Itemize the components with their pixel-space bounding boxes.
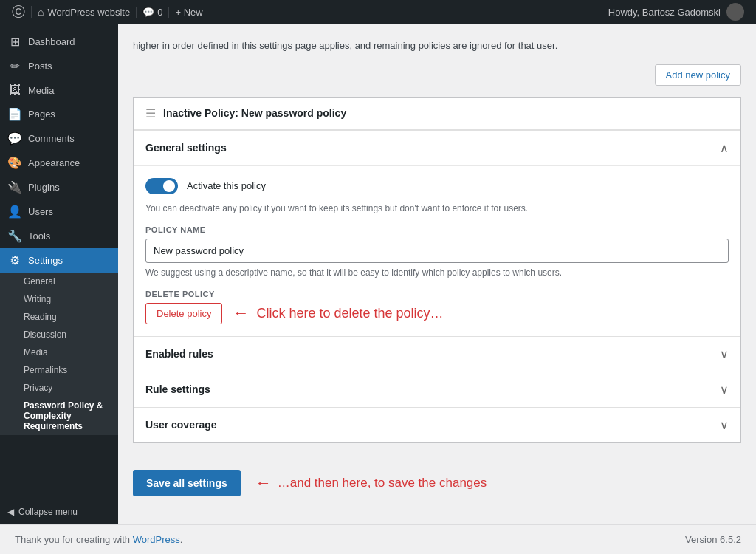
pages-icon: 📄	[7, 107, 22, 121]
sidebar: ⊞Dashboard ✏Posts 🖼Media 📄Pages 💬Comment…	[0, 24, 118, 524]
sidebar-item-label: Users	[28, 206, 53, 217]
collapse-label: Collapse menu	[18, 507, 78, 517]
collapse-menu-button[interactable]: ◀ Collapse menu	[0, 499, 118, 524]
sidebar-item-label: Comments	[28, 133, 75, 144]
comments-count: 0	[157, 7, 162, 18]
delete-arrow-icon: ←	[233, 304, 249, 323]
rule-settings-header[interactable]: Rule settings ∨	[134, 372, 740, 407]
footer-version: Version 6.5.2	[685, 534, 741, 545]
sidebar-item-dashboard[interactable]: ⊞Dashboard	[0, 30, 118, 54]
submenu-item-discussion[interactable]: Discussion	[0, 326, 118, 343]
media-icon: 🖼	[7, 83, 22, 97]
top-bar-right: Howdy, Bartosz Gadomski	[602, 3, 750, 21]
sidebar-item-users[interactable]: 👤Users	[0, 199, 118, 224]
dashboard-icon: ⊞	[7, 35, 22, 49]
activate-policy-toggle[interactable]	[145, 178, 178, 194]
content-wrap: higher in order defined in this settings…	[118, 24, 756, 519]
user-coverage-section: User coverage ∨	[134, 407, 740, 442]
site-name: WordPress website	[47, 7, 130, 18]
general-settings-title: General settings	[145, 142, 227, 154]
policy-name-label: POLICY NAME	[145, 225, 729, 234]
rule-settings-title: Rule settings	[145, 383, 210, 395]
home-icon: ⌂	[38, 6, 44, 18]
top-bar-left: ⓒ ⌂ WordPress website 💬 0 + New	[6, 3, 602, 21]
new-content-menu[interactable]: + New	[168, 7, 208, 18]
general-settings-section: General settings ∧ Activate this policy …	[134, 130, 740, 336]
sidebar-item-label: Plugins	[28, 182, 60, 193]
sidebar-item-label: Dashboard	[28, 36, 75, 47]
enabled-rules-header[interactable]: Enabled rules ∨	[134, 337, 740, 372]
submenu-item-privacy[interactable]: Privacy	[0, 379, 118, 397]
sidebar-item-tools[interactable]: 🔧Tools	[0, 224, 118, 248]
submenu-item-reading[interactable]: Reading	[0, 308, 118, 326]
submenu-item-general[interactable]: General	[0, 273, 118, 290]
user-coverage-header[interactable]: User coverage ∨	[134, 408, 740, 442]
enabled-rules-chevron-icon: ∨	[720, 347, 729, 361]
submenu-item-writing[interactable]: Writing	[0, 290, 118, 308]
activate-policy-toggle-row: Activate this policy	[145, 178, 729, 194]
activate-policy-description: You can deactivate any policy if you wan…	[145, 202, 729, 215]
sidebar-menu: ⊞Dashboard ✏Posts 🖼Media 📄Pages 💬Comment…	[0, 24, 118, 435]
sidebar-item-pages[interactable]: 📄Pages	[0, 102, 118, 126]
submenu-item-media[interactable]: Media	[0, 343, 118, 361]
enabled-rules-title: Enabled rules	[145, 348, 213, 360]
user-coverage-title: User coverage	[145, 419, 217, 431]
save-all-settings-button[interactable]: Save all settings	[133, 470, 241, 496]
rule-settings-chevron-icon: ∨	[720, 383, 729, 397]
policy-header: ☰ Inactive Policy: New password policy	[134, 98, 740, 130]
drag-handle-icon[interactable]: ☰	[145, 106, 156, 120]
settings-submenu: General Writing Reading Discussion Media…	[0, 273, 118, 435]
collapse-icon: ◀	[7, 507, 14, 517]
sidebar-item-appearance[interactable]: 🎨Appearance	[0, 151, 118, 175]
sidebar-item-comments[interactable]: 💬Comments	[0, 126, 118, 151]
general-settings-header[interactable]: General settings ∧	[134, 131, 740, 165]
general-settings-chevron-icon: ∧	[720, 141, 729, 155]
activate-policy-label: Activate this policy	[187, 180, 266, 191]
howdy-text: Howdy, Bartosz Gadomski	[608, 7, 721, 18]
settings-icon: ⚙	[7, 253, 22, 267]
sidebar-item-plugins[interactable]: 🔌Plugins	[0, 175, 118, 199]
toggle-knob	[163, 180, 175, 192]
sidebar-item-posts[interactable]: ✏Posts	[0, 54, 118, 78]
delete-policy-button[interactable]: Delete policy	[145, 303, 222, 324]
comments-icon: 💬	[142, 7, 154, 18]
sidebar-item-label: Pages	[28, 109, 55, 120]
policy-name-hint: We suggest using a descriptive name, so …	[145, 267, 729, 278]
top-bar: ⓒ ⌂ WordPress website 💬 0 + New Howdy, B…	[0, 0, 756, 24]
main-content: higher in order defined in this settings…	[118, 24, 756, 524]
comments-icon: 💬	[7, 131, 22, 146]
footer-wp-link-text: WordPress	[133, 534, 180, 545]
avatar[interactable]	[726, 3, 744, 21]
policy-title: Inactive Policy: New password policy	[163, 107, 346, 119]
policy-name-input[interactable]	[145, 239, 729, 263]
sidebar-item-label: Posts	[28, 61, 52, 72]
sidebar-item-label: Tools	[28, 230, 50, 242]
footer-credit: Thank you for creating with WordPress.	[15, 534, 182, 545]
top-description: higher in order defined in this settings…	[133, 38, 741, 64]
add-new-policy-button[interactable]: Add new policy	[655, 64, 741, 86]
delete-policy-label: DELETE POLICY	[145, 290, 729, 298]
submenu-item-password-policy[interactable]: Password Policy & Complexity Requirement…	[0, 397, 118, 435]
sidebar-item-media[interactable]: 🖼Media	[0, 78, 118, 102]
save-arrow-icon: ←	[255, 473, 272, 493]
delete-annotation-row: Delete policy ← Click here to delete the…	[145, 303, 729, 324]
tools-icon: 🔧	[7, 229, 22, 243]
top-description-text: higher in order defined in this settings…	[133, 38, 741, 53]
sidebar-item-label: Media	[28, 85, 54, 96]
plugins-icon: 🔌	[7, 180, 22, 194]
delete-annotation-text: Click here to delete the policy…	[256, 306, 443, 321]
layout: ⊞Dashboard ✏Posts 🖼Media 📄Pages 💬Comment…	[0, 24, 756, 524]
comments-link[interactable]: 💬 0	[136, 7, 168, 18]
user-coverage-chevron-icon: ∨	[720, 418, 729, 432]
general-settings-body: Activate this policy You can deactivate …	[134, 165, 740, 336]
submenu-item-permalinks[interactable]: Permalinks	[0, 361, 118, 379]
save-bar: Save all settings ← …and then here, to s…	[133, 458, 741, 504]
site-name-link[interactable]: ⌂ WordPress website	[31, 6, 136, 18]
save-annotation-text: …and then here, to save the changes	[278, 476, 487, 490]
footer-wp-link[interactable]: WordPress	[133, 534, 180, 545]
sidebar-item-settings[interactable]: ⚙Settings General Writing Reading Discus…	[0, 248, 118, 435]
policy-card: ☰ Inactive Policy: New password policy G…	[133, 97, 741, 443]
wp-logo-icon[interactable]: ⓒ	[6, 3, 31, 21]
save-annotation: ← …and then here, to save the changes	[255, 473, 487, 493]
footer-thank-you: Thank you for creating with	[15, 534, 133, 545]
